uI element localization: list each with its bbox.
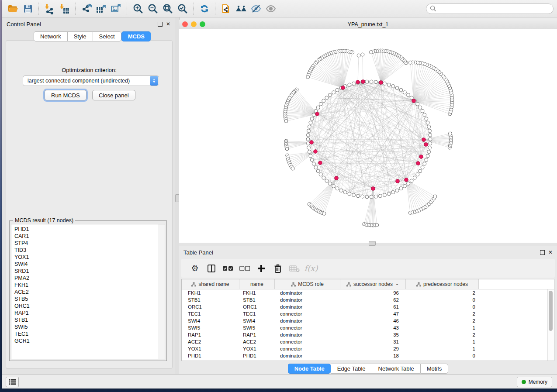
mcds-node[interactable] bbox=[371, 187, 375, 191]
network-node[interactable] bbox=[416, 173, 419, 176]
mcds-result-item[interactable]: TID3 bbox=[14, 247, 159, 254]
network-node[interactable] bbox=[316, 169, 320, 173]
network-node[interactable] bbox=[413, 176, 416, 179]
network-node[interactable] bbox=[399, 187, 403, 190]
cell-predecessor-nodes[interactable]: 2 bbox=[406, 318, 479, 323]
mcds-result-item[interactable]: PMA2 bbox=[14, 275, 159, 282]
mcds-node[interactable] bbox=[422, 138, 426, 142]
mcds-node[interactable] bbox=[396, 179, 400, 183]
mcds-node[interactable] bbox=[419, 155, 423, 159]
table-row[interactable]: RAP1RAP1dominator352 bbox=[182, 331, 554, 338]
cell-name[interactable]: FKH1 bbox=[239, 290, 275, 296]
mcds-result-item[interactable]: SWI5 bbox=[14, 323, 159, 330]
network-node[interactable] bbox=[308, 150, 311, 154]
table-row[interactable]: ORC1ORC1dominator610 bbox=[182, 303, 554, 310]
network-node[interactable] bbox=[387, 192, 391, 196]
network-node[interactable] bbox=[370, 195, 373, 199]
network-node[interactable] bbox=[307, 129, 310, 133]
cell-name[interactable]: STB1 bbox=[239, 297, 275, 303]
network-node[interactable] bbox=[365, 195, 369, 199]
float-window-icon[interactable] bbox=[158, 22, 163, 27]
network-node[interactable] bbox=[378, 194, 382, 198]
duplicate-network-icon[interactable] bbox=[219, 2, 234, 15]
tab-edge-table[interactable]: Edge Table bbox=[331, 364, 372, 374]
cell-shared-name[interactable]: TEC1 bbox=[182, 311, 239, 316]
cell-successor-nodes[interactable]: 18 bbox=[340, 353, 406, 358]
cell-mcds-role[interactable]: dominator bbox=[275, 304, 340, 309]
cell-name[interactable]: PHD1 bbox=[239, 353, 275, 358]
network-node[interactable] bbox=[410, 179, 413, 182]
network-node[interactable] bbox=[336, 187, 339, 190]
network-node[interactable] bbox=[306, 133, 310, 137]
network-node[interactable] bbox=[284, 119, 288, 123]
network-node[interactable] bbox=[291, 167, 294, 170]
cell-successor-nodes[interactable]: 96 bbox=[340, 290, 406, 296]
mcds-result-item[interactable]: RAP1 bbox=[14, 309, 159, 316]
mcds-result-item[interactable]: STB5 bbox=[14, 296, 159, 303]
network-node[interactable] bbox=[416, 102, 419, 106]
network-node[interactable] bbox=[361, 195, 364, 198]
cell-name[interactable]: ORC1 bbox=[239, 304, 275, 309]
network-node[interactable] bbox=[352, 82, 356, 85]
column-header-predecessor-nodes[interactable]: predecessor nodes bbox=[406, 279, 479, 289]
network-node[interactable] bbox=[374, 80, 377, 84]
add-column-icon[interactable] bbox=[253, 262, 270, 275]
network-node[interactable] bbox=[310, 117, 314, 120]
cell-shared-name[interactable]: SWI5 bbox=[182, 325, 239, 330]
mcds-result-item[interactable]: STB1 bbox=[14, 316, 159, 323]
cell-shared-name[interactable]: STB1 bbox=[182, 297, 239, 303]
network-node[interactable] bbox=[325, 96, 329, 100]
cell-predecessor-nodes[interactable]: 0 bbox=[406, 297, 479, 303]
network-node[interactable] bbox=[391, 85, 395, 88]
cell-mcds-role[interactable]: dominator bbox=[275, 353, 340, 358]
network-node[interactable] bbox=[339, 189, 343, 192]
table-row[interactable]: YOX1YOX1connector291 bbox=[182, 345, 554, 352]
network-node[interactable] bbox=[314, 166, 318, 169]
mcds-node[interactable] bbox=[318, 161, 322, 165]
mcds-result-item[interactable]: TEC1 bbox=[14, 330, 159, 337]
network-node[interactable] bbox=[369, 51, 373, 54]
mcds-node[interactable] bbox=[412, 99, 416, 103]
cell-mcds-role[interactable]: connector bbox=[275, 311, 340, 316]
network-node[interactable] bbox=[374, 195, 377, 198]
network-node[interactable] bbox=[312, 162, 315, 165]
network-node[interactable] bbox=[357, 54, 360, 57]
cell-mcds-role[interactable]: connector bbox=[275, 346, 340, 351]
cell-successor-nodes[interactable]: 29 bbox=[340, 346, 406, 351]
network-node[interactable] bbox=[309, 121, 312, 124]
run-mcds-button[interactable]: Run MCDS bbox=[45, 90, 86, 100]
import-network-icon[interactable] bbox=[42, 2, 57, 15]
network-node[interactable] bbox=[419, 106, 422, 109]
cell-name[interactable]: ACE2 bbox=[239, 339, 275, 344]
cell-predecessor-nodes[interactable]: 2 bbox=[406, 332, 479, 337]
cell-predecessor-nodes[interactable]: 0 bbox=[406, 353, 479, 358]
cell-name[interactable]: TEC1 bbox=[239, 311, 275, 316]
cell-shared-name[interactable]: RAP1 bbox=[182, 332, 239, 337]
result-scrollbar[interactable] bbox=[159, 224, 165, 359]
zoom-fit-icon[interactable] bbox=[160, 2, 175, 15]
export-image-icon[interactable] bbox=[109, 2, 124, 15]
cell-successor-nodes[interactable]: 61 bbox=[340, 304, 406, 309]
network-node[interactable] bbox=[361, 53, 364, 56]
network-node[interactable] bbox=[319, 102, 322, 106]
network-node[interactable] bbox=[425, 158, 428, 162]
close-panel-icon[interactable]: ✕ bbox=[166, 21, 170, 27]
cell-mcds-role[interactable]: connector bbox=[275, 339, 340, 344]
mcds-node[interactable] bbox=[424, 143, 428, 147]
network-node[interactable] bbox=[427, 125, 431, 128]
deselect-all-icon[interactable] bbox=[236, 262, 253, 275]
table-row[interactable]: ACE2ACE2connector311 bbox=[182, 338, 554, 345]
mcds-node[interactable] bbox=[335, 176, 339, 180]
table-scrollbar-thumb[interactable] bbox=[549, 291, 553, 331]
panel-menu-button[interactable] bbox=[6, 377, 19, 387]
tab-network[interactable]: Network bbox=[34, 31, 67, 41]
network-node[interactable] bbox=[356, 194, 360, 198]
show-columns-icon[interactable] bbox=[203, 262, 220, 275]
first-neighbors-icon[interactable] bbox=[234, 2, 249, 15]
mcds-node[interactable] bbox=[361, 80, 365, 84]
network-node[interactable] bbox=[428, 129, 432, 133]
export-table-icon[interactable] bbox=[94, 2, 109, 15]
delete-column-icon[interactable] bbox=[270, 262, 286, 275]
network-node[interactable] bbox=[322, 99, 325, 103]
network-node[interactable] bbox=[316, 106, 320, 109]
